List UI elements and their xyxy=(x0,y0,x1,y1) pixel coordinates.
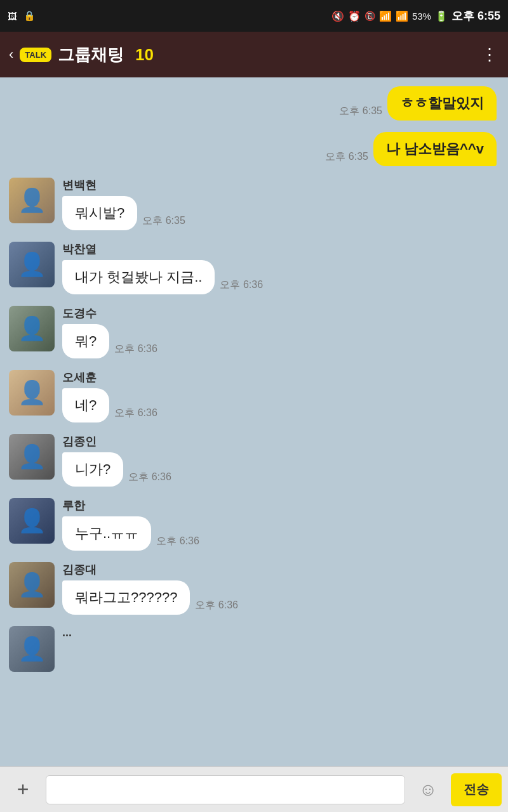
avatar-byun-baekhyun: 👤 xyxy=(9,178,55,223)
status-time: 오후 6:55 xyxy=(451,8,500,23)
signal-icon: 📶 xyxy=(396,10,408,22)
send-button[interactable]: 전송 xyxy=(451,773,502,806)
bubble-row-jongdae: 뭐라그고?????? 오후 6:36 xyxy=(62,580,238,615)
wifi-icon: 📶 xyxy=(379,10,392,22)
bubble-out-1: ㅎㅎ할말있지 xyxy=(387,86,497,121)
message-kim-jongdae: 👤 김종대 뭐라그고?????? 오후 6:36 xyxy=(0,562,508,615)
avatar-lu-han: 👤 xyxy=(9,498,55,544)
mute-icon: 🔇 xyxy=(331,10,344,22)
message-oh-sehun: 👤 오세훈 네? 오후 6:36 xyxy=(0,370,508,422)
lock-icon: 🔒 xyxy=(23,10,36,22)
plus-button[interactable]: + xyxy=(6,773,39,806)
time-jongin: 오후 6:36 xyxy=(128,471,171,484)
msg-content-jongdae: 김종대 뭐라그고?????? 오후 6:36 xyxy=(62,562,238,615)
header: ‹ TALK 그룹채팅 10 ⋮ xyxy=(0,32,508,77)
avatar-do-kyungsoo: 👤 xyxy=(9,306,55,351)
media-icon: 📵 xyxy=(364,11,375,21)
bubble-row-chanyeol: 내가 헛걸봤나 지금.. 오후 6:36 xyxy=(62,260,263,294)
bubble-row-luhan: 누구..ㅠㅠ 오후 6:36 xyxy=(62,516,199,551)
sender-baekhyun: 변백현 xyxy=(62,178,185,193)
msg-content-baekhyun: 변백현 뭐시발? 오후 6:35 xyxy=(62,178,185,230)
message-kim-jongin: 👤 김종인 니가? 오후 6:36 xyxy=(0,434,508,487)
battery-icon: 🔋 xyxy=(435,10,448,22)
msg-time-out-2: 오후 6:35 xyxy=(325,150,368,164)
time-luhan: 오후 6:36 xyxy=(156,535,199,548)
alarm-icon: ⏰ xyxy=(348,10,361,22)
avatar-kim-jongdae: 👤 xyxy=(9,562,55,608)
time-kyungsoo: 오후 6:36 xyxy=(114,343,157,356)
outgoing-message-2: 오후 6:35 나 남소받음^^v xyxy=(0,132,508,166)
sender-jongdae: 김종대 xyxy=(62,562,238,577)
back-button[interactable]: ‹ xyxy=(9,46,13,63)
header-menu-button[interactable]: ⋮ xyxy=(481,45,499,65)
image-icon: 🖼 xyxy=(8,11,17,22)
status-bar: 🖼 🔒 🔇 ⏰ 📵 📶 📶 53% 🔋 오후 6:55 xyxy=(0,0,508,32)
sender-sehun: 오세훈 xyxy=(62,370,157,385)
time-jongdae: 오후 6:36 xyxy=(195,599,238,612)
outgoing-message-1: 오후 6:35 ㅎㅎ할말있지 xyxy=(0,86,508,121)
chat-area: 오후 6:35 ㅎㅎ할말있지 오후 6:35 나 남소받음^^v 👤 변백현 뭐… xyxy=(0,77,508,780)
battery-percent: 53% xyxy=(412,11,431,22)
msg-content-jongin: 김종인 니가? 오후 6:36 xyxy=(62,434,171,487)
avatar-partial: 👤 xyxy=(9,626,55,672)
sender-kyungsoo: 도경수 xyxy=(62,306,157,321)
header-title: 그룹채팅 xyxy=(58,44,124,66)
bubble-row-sehun: 네? 오후 6:36 xyxy=(62,388,157,422)
msg-time-out-1: 오후 6:35 xyxy=(339,105,382,118)
sender-chanyeol: 박찬열 xyxy=(62,242,263,257)
msg-content-luhan: 루한 누구..ㅠㅠ 오후 6:36 xyxy=(62,498,199,551)
avatar-park-chanyeol: 👤 xyxy=(9,242,55,287)
avatar-oh-sehun: 👤 xyxy=(9,370,55,416)
emoji-button[interactable]: ☺ xyxy=(411,773,444,806)
message-byun-baekhyun: 👤 변백현 뭐시발? 오후 6:35 xyxy=(0,178,508,230)
msg-content-kyungsoo: 도경수 뭐? 오후 6:36 xyxy=(62,306,157,358)
sender-partial: ... xyxy=(62,626,72,639)
bubble-in-kyungsoo: 뭐? xyxy=(62,324,109,358)
message-partial: 👤 ... xyxy=(0,626,508,672)
header-left: ‹ TALK 그룹채팅 10 xyxy=(9,44,154,66)
bubble-in-jongin: 니가? xyxy=(62,452,123,487)
chat-input[interactable] xyxy=(46,775,405,804)
sender-jongin: 김종인 xyxy=(62,434,171,449)
bubble-in-luhan: 누구..ㅠㅠ xyxy=(62,516,151,551)
msg-content-sehun: 오세훈 네? 오후 6:36 xyxy=(62,370,157,422)
message-park-chanyeol: 👤 박찬열 내가 헛걸봤나 지금.. 오후 6:36 xyxy=(0,242,508,294)
avatar-kim-jongin: 👤 xyxy=(9,434,55,480)
msg-content-partial: ... xyxy=(62,626,72,643)
bubble-in-jongdae: 뭐라그고?????? xyxy=(62,580,190,615)
message-do-kyungsoo: 👤 도경수 뭐? 오후 6:36 xyxy=(0,306,508,358)
time-chanyeol: 오후 6:36 xyxy=(220,278,263,292)
header-count: 10 xyxy=(135,45,154,65)
status-bar-right: 🔇 ⏰ 📵 📶 📶 53% 🔋 오후 6:55 xyxy=(331,8,500,23)
talk-badge: TALK xyxy=(20,48,51,62)
time-sehun: 오후 6:36 xyxy=(114,407,157,420)
msg-content-chanyeol: 박찬열 내가 헛걸봤나 지금.. 오후 6:36 xyxy=(62,242,263,294)
sender-luhan: 루한 xyxy=(62,498,199,513)
bubble-out-2: 나 남소받음^^v xyxy=(373,132,497,166)
bubble-in-baekhyun: 뭐시발? xyxy=(62,196,137,230)
status-bar-left: 🖼 🔒 xyxy=(8,10,36,22)
bubble-row-kyungsoo: 뭐? 오후 6:36 xyxy=(62,324,157,358)
bubble-row-baekhyun: 뭐시발? 오후 6:35 xyxy=(62,196,185,230)
bubble-row-jongin: 니가? 오후 6:36 xyxy=(62,452,171,487)
bottom-bar: + ☺ 전송 xyxy=(0,766,508,812)
time-baekhyun: 오후 6:35 xyxy=(142,214,185,228)
bubble-in-sehun: 네? xyxy=(62,388,109,422)
message-lu-han: 👤 루한 누구..ㅠㅠ 오후 6:36 xyxy=(0,498,508,551)
bubble-in-chanyeol: 내가 헛걸봤나 지금.. xyxy=(62,260,215,294)
